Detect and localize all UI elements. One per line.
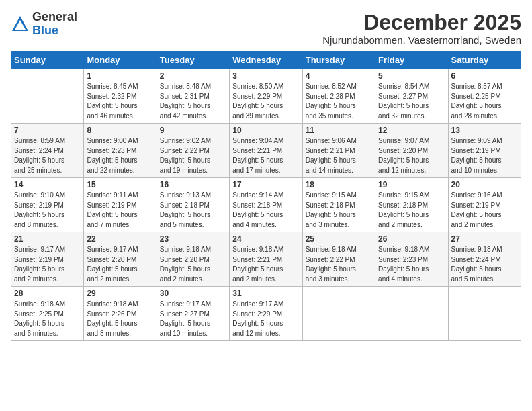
day-cell: 14Sunrise: 9:10 AMSunset: 2:19 PMDayligh… (11, 178, 84, 232)
day-cell: 13Sunrise: 9:09 AMSunset: 2:19 PMDayligh… (448, 124, 521, 178)
week-row-4: 21Sunrise: 9:17 AMSunset: 2:19 PMDayligh… (11, 232, 521, 287)
day-cell: 9Sunrise: 9:02 AMSunset: 2:22 PMDaylight… (157, 124, 229, 178)
day-info: Sunrise: 8:45 AMSunset: 2:32 PMDaylight:… (87, 82, 153, 121)
day-number: 5 (378, 71, 445, 81)
day-number: 15 (87, 180, 153, 189)
day-number: 8 (87, 126, 153, 135)
day-cell: 24Sunrise: 9:18 AMSunset: 2:21 PMDayligh… (230, 232, 302, 287)
day-number: 24 (232, 234, 299, 244)
day-info: Sunrise: 8:59 AMSunset: 2:24 PMDaylight:… (14, 136, 81, 175)
day-cell: 3Sunrise: 8:50 AMSunset: 2:29 PMDaylight… (230, 69, 302, 124)
weekday-header-monday: Monday (84, 52, 157, 69)
day-number: 7 (14, 126, 81, 135)
weekday-header-thursday: Thursday (302, 52, 375, 69)
title-block: December 2025 Njurundabommen, Vaesternor… (322, 11, 521, 46)
day-info: Sunrise: 8:57 AMSunset: 2:25 PMDaylight:… (451, 82, 518, 121)
month-title: December 2025 (322, 11, 521, 34)
day-cell: 11Sunrise: 9:06 AMSunset: 2:21 PMDayligh… (302, 124, 375, 178)
day-cell: 18Sunrise: 9:15 AMSunset: 2:18 PMDayligh… (302, 178, 375, 232)
logo-general: General (32, 10, 77, 24)
day-number: 9 (160, 126, 226, 135)
week-row-2: 7Sunrise: 8:59 AMSunset: 2:24 PMDaylight… (11, 124, 521, 178)
day-number: 10 (232, 126, 299, 135)
day-info: Sunrise: 9:15 AMSunset: 2:18 PMDaylight:… (306, 191, 372, 230)
logo-text: General Blue (32, 11, 77, 38)
day-number: 29 (87, 289, 153, 298)
day-number: 21 (14, 234, 81, 244)
day-cell: 29Sunrise: 9:18 AMSunset: 2:26 PMDayligh… (84, 287, 157, 341)
day-info: Sunrise: 9:18 AMSunset: 2:25 PMDaylight:… (14, 300, 81, 338)
weekday-header-wednesday: Wednesday (230, 52, 302, 69)
day-cell: 28Sunrise: 9:18 AMSunset: 2:25 PMDayligh… (11, 287, 84, 341)
day-info: Sunrise: 9:16 AMSunset: 2:19 PMDaylight:… (451, 191, 518, 230)
day-info: Sunrise: 9:11 AMSunset: 2:19 PMDaylight:… (87, 191, 153, 230)
day-cell: 17Sunrise: 9:14 AMSunset: 2:18 PMDayligh… (230, 178, 302, 232)
day-info: Sunrise: 9:17 AMSunset: 2:20 PMDaylight:… (87, 245, 153, 284)
week-row-3: 14Sunrise: 9:10 AMSunset: 2:19 PMDayligh… (11, 178, 521, 232)
day-info: Sunrise: 9:18 AMSunset: 2:21 PMDaylight:… (232, 245, 299, 284)
day-number: 19 (378, 180, 445, 189)
day-number: 13 (451, 126, 518, 135)
day-number: 11 (306, 126, 372, 135)
day-info: Sunrise: 9:18 AMSunset: 2:26 PMDaylight:… (87, 300, 153, 338)
day-cell (11, 69, 84, 124)
day-cell: 31Sunrise: 9:17 AMSunset: 2:29 PMDayligh… (230, 287, 302, 341)
day-number: 4 (306, 71, 372, 81)
day-info: Sunrise: 9:07 AMSunset: 2:20 PMDaylight:… (378, 136, 445, 175)
logo-icon (11, 15, 30, 34)
day-number: 17 (232, 180, 299, 189)
weekday-header-sunday: Sunday (11, 52, 84, 69)
logo-blue: Blue (32, 24, 58, 37)
day-info: Sunrise: 9:09 AMSunset: 2:19 PMDaylight:… (451, 136, 518, 175)
day-cell: 15Sunrise: 9:11 AMSunset: 2:19 PMDayligh… (84, 178, 157, 232)
logo: General Blue (11, 11, 77, 38)
day-cell: 25Sunrise: 9:18 AMSunset: 2:22 PMDayligh… (302, 232, 375, 287)
day-number: 23 (160, 234, 226, 244)
day-info: Sunrise: 8:50 AMSunset: 2:29 PMDaylight:… (232, 82, 299, 121)
day-info: Sunrise: 9:18 AMSunset: 2:22 PMDaylight:… (306, 245, 372, 284)
day-number: 31 (232, 289, 299, 298)
page-header: General Blue December 2025 Njurundabomme… (11, 11, 521, 46)
day-cell: 30Sunrise: 9:17 AMSunset: 2:27 PMDayligh… (157, 287, 229, 341)
day-number: 18 (306, 180, 372, 189)
day-info: Sunrise: 9:04 AMSunset: 2:21 PMDaylight:… (232, 136, 299, 175)
day-number: 27 (451, 234, 518, 244)
weekday-header-row: SundayMondayTuesdayWednesdayThursdayFrid… (11, 52, 521, 69)
day-number: 16 (160, 180, 226, 189)
day-info: Sunrise: 9:18 AMSunset: 2:24 PMDaylight:… (451, 245, 518, 284)
day-cell: 26Sunrise: 9:18 AMSunset: 2:23 PMDayligh… (375, 232, 448, 287)
day-cell (302, 287, 375, 341)
day-info: Sunrise: 9:17 AMSunset: 2:19 PMDaylight:… (14, 245, 81, 284)
day-cell: 4Sunrise: 8:52 AMSunset: 2:28 PMDaylight… (302, 69, 375, 124)
day-cell: 2Sunrise: 8:48 AMSunset: 2:31 PMDaylight… (157, 69, 229, 124)
day-number: 6 (451, 71, 518, 81)
day-info: Sunrise: 8:52 AMSunset: 2:28 PMDaylight:… (306, 82, 372, 121)
day-info: Sunrise: 9:17 AMSunset: 2:29 PMDaylight:… (232, 300, 299, 338)
day-cell: 5Sunrise: 8:54 AMSunset: 2:27 PMDaylight… (375, 69, 448, 124)
day-info: Sunrise: 9:10 AMSunset: 2:19 PMDaylight:… (14, 191, 81, 230)
day-cell: 21Sunrise: 9:17 AMSunset: 2:19 PMDayligh… (11, 232, 84, 287)
day-info: Sunrise: 9:14 AMSunset: 2:18 PMDaylight:… (232, 191, 299, 230)
day-info: Sunrise: 9:18 AMSunset: 2:20 PMDaylight:… (160, 245, 226, 284)
day-cell: 16Sunrise: 9:13 AMSunset: 2:18 PMDayligh… (157, 178, 229, 232)
day-number: 20 (451, 180, 518, 189)
week-row-5: 28Sunrise: 9:18 AMSunset: 2:25 PMDayligh… (11, 287, 521, 341)
day-cell (375, 287, 448, 341)
day-cell: 22Sunrise: 9:17 AMSunset: 2:20 PMDayligh… (84, 232, 157, 287)
day-info: Sunrise: 9:06 AMSunset: 2:21 PMDaylight:… (306, 136, 372, 175)
day-info: Sunrise: 9:17 AMSunset: 2:27 PMDaylight:… (160, 300, 226, 338)
week-row-1: 1Sunrise: 8:45 AMSunset: 2:32 PMDaylight… (11, 69, 521, 124)
location: Njurundabommen, Vaesternorrland, Sweden (322, 34, 521, 46)
day-info: Sunrise: 8:48 AMSunset: 2:31 PMDaylight:… (160, 82, 226, 121)
day-number: 25 (306, 234, 372, 244)
day-number: 2 (160, 71, 226, 81)
calendar: SundayMondayTuesdayWednesdayThursdayFrid… (11, 51, 521, 341)
day-cell: 6Sunrise: 8:57 AMSunset: 2:25 PMDaylight… (448, 69, 521, 124)
day-number: 28 (14, 289, 81, 298)
weekday-header-saturday: Saturday (448, 52, 521, 69)
day-cell: 20Sunrise: 9:16 AMSunset: 2:19 PMDayligh… (448, 178, 521, 232)
day-cell: 12Sunrise: 9:07 AMSunset: 2:20 PMDayligh… (375, 124, 448, 178)
day-cell: 1Sunrise: 8:45 AMSunset: 2:32 PMDaylight… (84, 69, 157, 124)
day-info: Sunrise: 9:02 AMSunset: 2:22 PMDaylight:… (160, 136, 226, 175)
day-cell (448, 287, 521, 341)
